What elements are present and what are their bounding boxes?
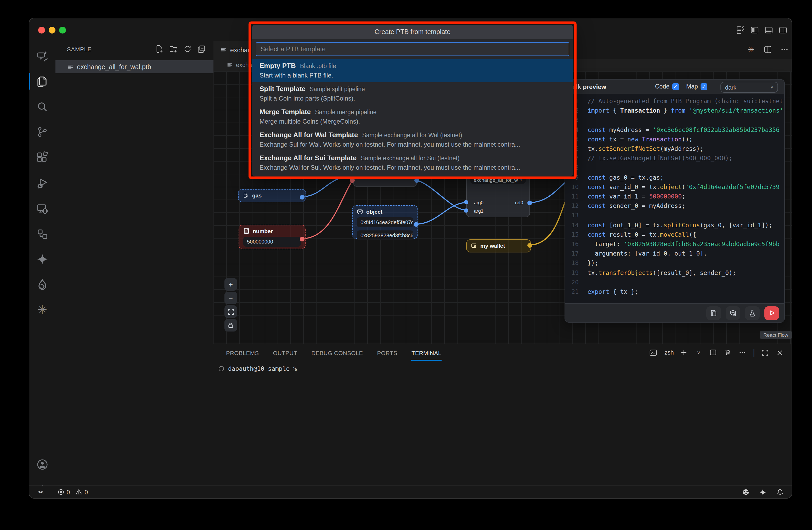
chat-icon[interactable] <box>29 43 56 69</box>
code-line: 1// Auto-generated from PTB Program (cha… <box>565 96 784 106</box>
arg1-handle[interactable] <box>464 208 468 213</box>
ret0-handle[interactable] <box>527 200 532 205</box>
fuel-icon <box>243 192 249 198</box>
code-line: 17 arguments: [var_id_0, out_1_0], <box>565 249 784 259</box>
panel-tab-ports[interactable]: PORTS <box>377 350 397 356</box>
remote-explorer-icon[interactable] <box>29 196 56 222</box>
search-icon[interactable] <box>29 94 56 120</box>
arg0-handle[interactable] <box>464 200 468 204</box>
terminal-icon <box>649 348 658 357</box>
fit-view-button[interactable] <box>224 305 237 318</box>
code-line: 16 target: '0x82593828ed3fcb8c6a235eac9a… <box>565 239 784 249</box>
toggle-secondary-sidebar-icon[interactable] <box>778 25 788 35</box>
panel-tab-terminal[interactable]: TERMINAL <box>411 350 441 356</box>
launch-profile-chevron-icon[interactable]: ˅ <box>694 348 703 357</box>
close-window-button[interactable] <box>38 27 45 33</box>
new-file-icon[interactable] <box>154 44 164 53</box>
panel-tab-debug-console[interactable]: DEBUG CONSOLE <box>311 350 363 356</box>
kill-terminal-icon[interactable] <box>724 348 733 357</box>
my-wallet-node[interactable]: my wallet <box>466 239 531 252</box>
number-output-handle[interactable] <box>300 237 305 241</box>
tab-file-icon <box>221 47 227 53</box>
remote-indicator[interactable]: >< <box>38 489 43 496</box>
maximize-panel-icon[interactable] <box>761 348 770 357</box>
copy-code-button[interactable] <box>706 306 721 320</box>
new-folder-icon[interactable] <box>169 44 178 53</box>
split-terminal-icon[interactable] <box>709 348 718 357</box>
extensions-icon[interactable] <box>29 144 56 170</box>
gas-output-handle[interactable] <box>300 195 305 199</box>
warnings-count: 0 <box>85 489 88 495</box>
lock-button[interactable] <box>224 319 237 332</box>
code-line: 10const var_id_0 = tx.object('0xf4d164ea… <box>565 182 784 192</box>
object-output-handle[interactable] <box>414 222 419 227</box>
panel-tab-output[interactable]: OUTPUT <box>273 350 297 356</box>
code-line: 21export { tx }; <box>565 287 784 296</box>
sparkle-icon[interactable] <box>759 488 767 496</box>
problems-status[interactable]: 0 0 <box>57 488 88 496</box>
errors-count: 0 <box>67 489 70 495</box>
number-node[interactable]: number 500000000 <box>238 225 306 249</box>
minimize-window-button[interactable] <box>49 27 56 33</box>
code-line: 3 <box>565 115 784 125</box>
run-debug-icon[interactable] <box>29 171 56 196</box>
code-view[interactable]: 1// Auto-generated from PTB Program (cha… <box>565 94 784 304</box>
map-toggle[interactable]: Map✓ <box>686 83 707 90</box>
number-node-label: number <box>253 228 273 234</box>
gas-node-label: gas <box>252 192 262 198</box>
number-value-input[interactable]: 500000000 <box>243 237 301 247</box>
gemini-sparkle-icon[interactable] <box>29 247 56 272</box>
toggle-panel-icon[interactable] <box>763 25 774 35</box>
shell-name[interactable]: zsh <box>665 349 674 355</box>
flask-test-button[interactable] <box>745 306 760 320</box>
openai-icon[interactable]: ✳ <box>29 297 56 323</box>
gas-node[interactable]: gas <box>238 189 306 202</box>
status-bar: >< 0 0 <box>29 486 792 498</box>
theme-select[interactable]: dark˅ <box>721 82 778 93</box>
panel-more-icon[interactable] <box>738 348 747 357</box>
package-inspect-button[interactable] <box>726 306 740 320</box>
port-arg1: arg1 <box>474 208 483 214</box>
file-item-exchange-all-for-wal[interactable]: exchange_all_for_wal.ptb <box>56 60 214 73</box>
toggle-sidebar-icon[interactable] <box>749 25 760 35</box>
more-actions-icon[interactable] <box>780 44 789 54</box>
maximize-window-button[interactable] <box>59 27 66 33</box>
errors-icon <box>57 488 64 496</box>
object-id-input-1[interactable]: 0xf4d164ea2def5fe07dc5 <box>357 217 413 227</box>
code-toggle[interactable]: Code✓ <box>655 83 679 90</box>
vscode-window: ✳ ⚙ SAMPLE exchange_all_for_wal.ptb <box>29 18 792 499</box>
terminal-content[interactable]: daoauth@10 sample % <box>219 365 297 372</box>
run-button[interactable] <box>764 306 779 320</box>
code-checkbox[interactable]: ✓ <box>672 83 679 90</box>
accounts-icon[interactable] <box>29 452 56 477</box>
zoom-out-button[interactable]: − <box>224 292 237 304</box>
copilot-icon[interactable] <box>741 488 750 496</box>
collapse-folders-icon[interactable] <box>197 44 206 53</box>
sidebar-header: SAMPLE <box>56 41 214 57</box>
source-control-icon[interactable] <box>29 120 56 144</box>
breadcrumb-file-icon <box>227 62 232 68</box>
openai-small-icon[interactable]: ✳ <box>746 44 756 54</box>
editor-actions: ✳ <box>746 44 789 54</box>
wallet-output-handle[interactable] <box>527 243 532 248</box>
customize-layout-icon[interactable] <box>735 25 745 35</box>
explorer-sidebar: SAMPLE exchange_all_for_wal.ptb <box>56 41 214 486</box>
object-id-input-2[interactable]: 0x82593828ed3fcb8c6a <box>357 231 413 240</box>
bell-icon[interactable] <box>776 488 784 496</box>
zoom-in-button[interactable]: + <box>224 278 237 291</box>
code-line: 8 <box>565 163 784 172</box>
explorer-icon[interactable] <box>29 69 56 94</box>
code-line: 2import { Transaction } from '@mysten/su… <box>565 106 784 115</box>
preview-header: sdk preview Code✓ Map✓ dark˅ <box>565 80 784 94</box>
object-node[interactable]: object 0xf4d164ea2def5fe07dc5 0x82593828… <box>352 205 418 239</box>
split-editor-icon[interactable] <box>763 44 773 54</box>
panel-tab-problems[interactable]: PROBLEMS <box>226 350 259 356</box>
sui-icon[interactable] <box>29 272 56 297</box>
ptb-flow-icon[interactable] <box>29 222 56 247</box>
new-terminal-icon[interactable] <box>680 348 688 357</box>
react-flow-attribution[interactable]: React Flow <box>760 331 791 339</box>
close-panel-icon[interactable] <box>775 348 784 357</box>
map-checkbox[interactable]: ✓ <box>700 83 707 90</box>
refresh-icon[interactable] <box>183 44 192 53</box>
sidebar-title: SAMPLE <box>67 46 91 52</box>
